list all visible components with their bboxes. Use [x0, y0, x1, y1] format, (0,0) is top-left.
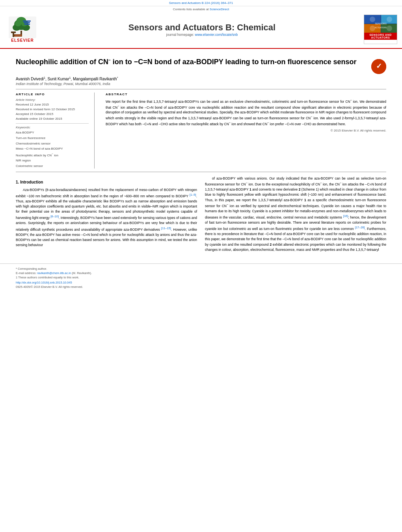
body-col-left: 1. Introduction Aza-BODIPYs (8-aza-borad…: [16, 176, 197, 255]
abstract-text: We report for the first time that 1,3,5,…: [106, 98, 386, 126]
journal-title-center: Sensors and Actuators B: Chemical journa…: [40, 22, 364, 37]
keyword-1: Aza-BODIPY: [16, 130, 89, 135]
svg-point-20: [370, 17, 375, 22]
keywords-label: Keywords:: [16, 126, 89, 129]
info-divider: [16, 123, 89, 124]
ref-16[interactable]: [16]: [343, 214, 348, 218]
corresponding-label: * Corresponding author.: [16, 267, 47, 271]
keyword-5: Nucleophilic attack by CN− ion: [16, 152, 89, 158]
corresponding-author-label: * Corresponding author.: [16, 267, 386, 271]
journal-title: Sensors and Actuators B: Chemical: [40, 22, 364, 33]
footer-notes: * Corresponding author. E-mail address: …: [16, 267, 386, 279]
online-date: Available online 19 October 2015: [16, 117, 89, 121]
footnote1-line: 1 These authors contributed equally to t…: [16, 276, 386, 279]
ref-6-10[interactable]: [6–10]: [50, 215, 59, 218]
accepted-date: Accepted 15 October 2015: [16, 112, 89, 117]
contents-label: Contents lists available at: [173, 7, 209, 11]
keyword-6: NIR region: [16, 158, 89, 163]
crossmark-icon: ✓: [371, 59, 386, 74]
svg-text:✓: ✓: [376, 62, 382, 70]
section1-heading: 1. Introduction: [16, 179, 197, 185]
article-authors: Avanish Dvivedi1, Sunit Kumar1, Mangalam…: [16, 76, 386, 81]
doi-line: http://dx.doi.org/10.1016/j.snb.2015.10.…: [16, 281, 386, 284]
section1-number: 1.: [16, 180, 19, 184]
homepage-link[interactable]: www.elsevier.com/locate/snb: [195, 33, 238, 37]
author2-name: Sunit Kumar: [47, 77, 69, 81]
section1-title: Introduction: [20, 180, 43, 184]
citation-text: Sensors and Actuators B 224 (2016) 364–3…: [169, 1, 233, 5]
svg-rect-14: [24, 24, 30, 25]
svg-rect-11: [15, 35, 21, 36]
ref-11-15[interactable]: [11–15]: [161, 226, 171, 230]
author3-name: Mangalampalli Ravikanth: [73, 77, 117, 81]
keyword-7: Colorimetric sensor: [16, 163, 89, 169]
svg-point-23: [387, 26, 392, 31]
ref-17-26[interactable]: [17–26]: [355, 226, 365, 229]
abstract-section: ABSTRACT We report for the first time th…: [102, 93, 386, 169]
elsevier-logo: ELSEVIER: [5, 17, 40, 43]
sensors-logo-text: SENSORS AND ACTUATORS: [364, 33, 397, 40]
email-line: E-mail address: ravikanth@chem.iitb.ac.i…: [16, 271, 386, 275]
elsevier-label: ELSEVIER: [11, 38, 34, 43]
article-info-abstract: ARTICLE INFO Article history: Received 1…: [16, 89, 386, 172]
article-title: Nucleophilic addition of CN− ion to −C=N…: [16, 57, 367, 67]
svg-rect-13: [24, 22, 30, 23]
author1-sup: 1: [44, 76, 45, 79]
intro-para-2: of aza-BODIPY with various anions. Our s…: [205, 176, 386, 252]
article-citation: Sensors and Actuators B 224 (2016) 364–3…: [0, 0, 402, 6]
svg-rect-12: [23, 20, 31, 22]
journal-homepage: journal homepage: www.elsevier.com/locat…: [40, 33, 364, 37]
elsevier-tree-icon: [9, 17, 36, 38]
email-name: (M. Ravikanth).: [72, 271, 92, 275]
keywords-list: Aza-BODIPY Turn-on fluorescence Chemodos…: [16, 130, 89, 169]
abstract-copyright: © 2015 Elsevier B.V. All rights reserved…: [106, 129, 386, 132]
article-info-panel: ARTICLE INFO Article history: Received 1…: [16, 93, 95, 169]
page: Sensors and Actuators B 224 (2016) 364–3…: [0, 0, 402, 532]
keyword-2: Turn-on fluorescence: [16, 135, 89, 141]
ref-1-5[interactable]: [1–5]: [190, 193, 196, 196]
sensors-actuators-logo: SENSORS ACTUATORS SENSORS AND ACTUATORS: [364, 15, 397, 44]
author1-name: Avanish Dvivedi: [16, 77, 44, 81]
email-link[interactable]: ravikanth@chem.iitb.ac.in: [37, 271, 71, 275]
svg-rect-9: [20, 31, 22, 35]
article-title-section: Nucleophilic addition of CN− ion to −C=N…: [16, 57, 386, 74]
sciencedirect-link[interactable]: ScienceDirect: [210, 7, 229, 11]
svg-point-21: [387, 17, 392, 22]
article-info-title: ARTICLE INFO: [16, 93, 89, 96]
svg-point-7: [15, 21, 21, 26]
svg-rect-2: [11, 32, 16, 33]
doi-link[interactable]: http://dx.doi.org/10.1016/j.snb.2015.10.…: [16, 281, 72, 284]
received-date: Received 12 June 2015: [16, 102, 89, 107]
body-col-right: of aza-BODIPY with various anions. Our s…: [205, 176, 386, 255]
author2-sup: 1: [69, 76, 71, 79]
revised-date: Received in revised form 12 October 2015: [16, 107, 89, 112]
history-label: Article history:: [16, 98, 89, 102]
keyword-4: Meso −C=N bond of aza-BODIPY: [16, 146, 89, 152]
author3-sup: *: [117, 76, 118, 79]
issn-line: 0925-4005/© 2015 Elsevier B.V. All right…: [16, 285, 386, 289]
sensors-logo-image: SENSORS ACTUATORS: [364, 15, 397, 33]
homepage-label: journal homepage:: [166, 33, 195, 37]
email-label: E-mail address:: [16, 271, 36, 275]
sensors-logo-svg: SENSORS ACTUATORS: [364, 15, 397, 33]
paper-content: Nucleophilic addition of CN− ion to −C=N…: [0, 49, 402, 259]
article-affiliation: Indian Institute of Technology, Powai, M…: [16, 82, 386, 86]
page-footer: * Corresponding author. E-mail address: …: [0, 263, 402, 292]
svg-text:ACTUATORS: ACTUATORS: [375, 26, 387, 29]
abstract-title: ABSTRACT: [106, 93, 386, 96]
svg-text:SENSORS: SENSORS: [375, 22, 386, 25]
body-columns: 1. Introduction Aza-BODIPYs (8-aza-borad…: [16, 176, 386, 255]
intro-para-1: Aza-BODIPYs (8-aza-boradiazaindacenes) r…: [16, 187, 197, 248]
keyword-3: Chemodosimetric sensor: [16, 141, 89, 146]
crossmark-logo[interactable]: ✓: [371, 59, 386, 74]
contents-bar: Contents lists available at ScienceDirec…: [0, 6, 402, 12]
journal-header: Sensors and Actuators B 224 (2016) 364–3…: [0, 0, 402, 49]
header-main: ELSEVIER Sensors and Actuators B: Chemic…: [0, 12, 402, 46]
